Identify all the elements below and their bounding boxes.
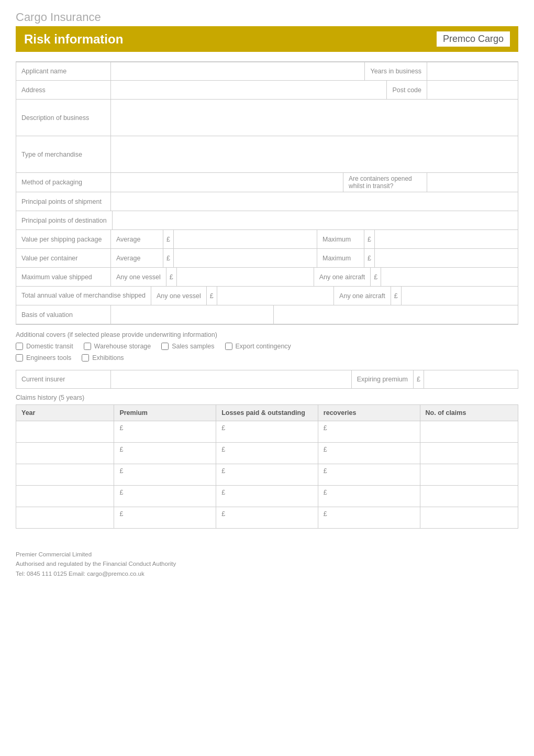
basis-label: Basis of valuation	[16, 305, 110, 324]
year-cell-4	[16, 486, 114, 507]
container-avg-input[interactable]	[174, 253, 317, 264]
merchandise-textarea[interactable]	[111, 136, 518, 168]
pound-expiring: £	[413, 370, 424, 388]
recoveries-input-3[interactable]	[324, 475, 415, 482]
basis-input-2[interactable]	[274, 305, 518, 324]
packaging-row: Method of packaging Are containers opene…	[16, 173, 518, 192]
basis-input-cell-2	[273, 305, 518, 324]
claims-input-1[interactable]	[426, 428, 513, 435]
export-contingency-checkbox[interactable]	[225, 343, 232, 350]
premium-input-4[interactable]	[119, 496, 210, 503]
warehouse-storage-checkbox[interactable]	[84, 343, 91, 350]
container-max-input[interactable]	[375, 253, 518, 264]
recoveries-input-4[interactable]	[324, 496, 415, 503]
premium-cell-3: £	[114, 464, 216, 486]
basis-input-1[interactable]	[111, 305, 273, 324]
recoveries-input-1[interactable]	[324, 432, 415, 439]
shipping-avg-input[interactable]	[174, 234, 317, 245]
losses-cell-4: £	[216, 486, 318, 507]
years-input[interactable]	[427, 65, 518, 77]
engineers-tools-checkbox[interactable]	[16, 354, 23, 361]
postcode-label: Post code	[386, 81, 427, 99]
warehouse-storage-label: Warehouse storage	[94, 343, 151, 350]
export-contingency-item[interactable]: Export contingency	[225, 343, 291, 350]
claims-input-5[interactable]	[426, 514, 513, 521]
losses-input-3[interactable]	[221, 475, 313, 482]
claims-table: Year Premium Losses paid & outstanding r…	[16, 404, 518, 529]
packaging-input[interactable]	[111, 173, 343, 192]
expiring-premium-label: Expiring premium	[351, 370, 413, 388]
postcode-input[interactable]	[427, 84, 518, 96]
max-aircraft-input[interactable]	[381, 271, 518, 283]
sales-samples-item[interactable]: Sales samples	[161, 343, 214, 350]
address-input-cell	[110, 81, 386, 99]
destination-input[interactable]	[113, 211, 518, 229]
basis-input-cell	[110, 305, 273, 324]
export-contingency-label: Export contingency	[236, 343, 291, 350]
year-input-1[interactable]	[21, 428, 108, 435]
brand-name: Premco Cargo	[437, 31, 510, 47]
warehouse-storage-item[interactable]: Warehouse storage	[84, 343, 151, 350]
insurer-input[interactable]	[111, 370, 351, 388]
expiring-premium-input[interactable]	[424, 374, 518, 385]
max-vessel-input[interactable]	[177, 271, 314, 283]
premium-input-5[interactable]	[119, 518, 210, 525]
year-input-5[interactable]	[21, 514, 108, 521]
claims-input-4[interactable]	[426, 492, 513, 500]
losses-input-2[interactable]	[221, 453, 313, 461]
total-vessel-input[interactable]	[217, 290, 333, 302]
containers-input[interactable]	[427, 177, 518, 188]
losses-cell-1: £	[216, 421, 318, 443]
domestic-transit-item[interactable]: Domestic transit	[16, 343, 73, 350]
pound-7: £	[206, 287, 217, 305]
losses-input-5[interactable]	[221, 518, 313, 525]
year-input-3[interactable]	[21, 471, 108, 478]
address-row: Address Post code	[16, 81, 518, 100]
max-value-row: Maximum value shipped Any one vessel £ A…	[16, 268, 518, 287]
losses-input-1[interactable]	[221, 432, 313, 439]
year-cell-2	[16, 443, 114, 464]
premium-input-2[interactable]	[119, 453, 210, 461]
cargo-title: Cargo Insurance	[16, 10, 518, 24]
engineers-tools-item[interactable]: Engineers tools	[16, 354, 71, 361]
domestic-transit-checkbox[interactable]	[16, 343, 23, 350]
footer: Premier Commercial Limited Authorised an…	[16, 550, 518, 578]
table-row: £ £ £	[16, 443, 518, 464]
description-row: Description of business	[16, 100, 518, 136]
sales-samples-checkbox[interactable]	[161, 343, 169, 350]
header-bar: Risk information Premco Cargo	[16, 26, 518, 52]
description-input-cell	[110, 100, 518, 136]
claims-input-3[interactable]	[426, 471, 513, 478]
losses-input-4[interactable]	[221, 496, 313, 503]
recoveries-input-2[interactable]	[324, 453, 415, 461]
pound-3: £	[163, 249, 173, 267]
premium-cell-4: £	[114, 486, 216, 507]
shipment-input[interactable]	[111, 192, 518, 211]
total-aircraft-input[interactable]	[402, 290, 518, 302]
year-input-2[interactable]	[21, 450, 108, 457]
destination-row: Principal points of destination	[16, 211, 518, 230]
year-input-4[interactable]	[21, 492, 108, 500]
claims-section: Claims history (5 years) Year Premium Lo…	[16, 394, 518, 529]
claims-input-2[interactable]	[426, 450, 513, 457]
exhibitions-checkbox[interactable]	[82, 354, 89, 361]
destination-label: Principal points of destination	[16, 211, 112, 229]
recoveries-input-5[interactable]	[324, 518, 415, 525]
address-input[interactable]	[111, 81, 386, 99]
shipping-max-input[interactable]	[375, 234, 518, 245]
table-row: £ £ £	[16, 486, 518, 507]
container-avg-input-cell	[173, 249, 317, 267]
premium-input-1[interactable]	[119, 432, 210, 439]
exhibitions-item[interactable]: Exhibitions	[82, 354, 124, 361]
form-section: Applicant name Years in business Address…	[16, 61, 518, 325]
premium-input-3[interactable]	[119, 475, 210, 482]
checkboxes-row-2: Engineers tools Exhibitions	[16, 354, 518, 361]
applicant-label: Applicant name	[16, 62, 110, 80]
applicant-name-input[interactable]	[111, 62, 364, 80]
max-label-2: Maximum	[317, 249, 364, 267]
additional-section: Additional covers (if selected please pr…	[16, 325, 518, 370]
description-textarea[interactable]	[111, 100, 518, 131]
pound-4: £	[364, 249, 374, 267]
insurer-row: Current insurer Expiring premium £	[16, 370, 518, 389]
col-losses: Losses paid & outstanding	[216, 405, 318, 421]
